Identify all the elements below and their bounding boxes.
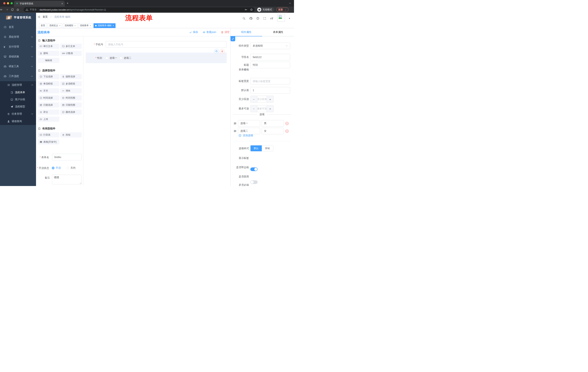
browser-tab[interactable]: 芋道管理系统 × xyxy=(14,1,65,7)
palette-item-table[interactable]: 表格[开发中] xyxy=(38,139,59,145)
fullscreen-icon[interactable] xyxy=(263,17,266,20)
style-default-button[interactable]: 默认 xyxy=(251,145,262,151)
password-key-icon[interactable] xyxy=(244,8,247,11)
font-size-icon[interactable]: тT xyxy=(270,17,273,20)
copy-component-button[interactable] xyxy=(214,49,219,54)
with-border-toggle[interactable] xyxy=(250,180,258,184)
title-input[interactable] xyxy=(250,62,290,68)
sidebar-item-process-model[interactable]: 流程模型 xyxy=(0,103,36,110)
option-value-input[interactable] xyxy=(262,120,284,127)
palette-item-color[interactable]: 颜色选择 xyxy=(60,110,82,115)
tag-process-form-edit[interactable]: 流程表单-编辑× xyxy=(94,23,116,28)
option-label-input[interactable] xyxy=(238,128,260,134)
sidebar-item-task-mgmt[interactable]: 任务管理 xyxy=(0,110,36,117)
view-json-button[interactable]: 查看json xyxy=(203,31,216,34)
browser-update-button[interactable]: 更新 ⋮ xyxy=(276,7,289,12)
add-option-button[interactable]: 添加选项 xyxy=(239,134,253,137)
sidebar-item-user-group[interactable]: 用户分组 xyxy=(0,96,36,103)
palette-item-counter[interactable]: 123计数器 xyxy=(60,51,82,56)
sidebar-item-system[interactable]: 系统管理 xyxy=(0,32,36,42)
avatar-caret-icon[interactable]: ▾ xyxy=(289,17,290,20)
sidebar-item-leave-query[interactable]: 请假查询 xyxy=(0,117,36,125)
palette-item-date-range[interactable]: 日期范围 xyxy=(60,102,82,107)
window-close-button[interactable] xyxy=(3,2,5,4)
link-drawer-toggle[interactable] xyxy=(231,36,235,41)
search-icon[interactable] xyxy=(242,17,245,20)
security-label[interactable]: 不安全 xyxy=(30,8,37,11)
gender-option-1[interactable]: 选项一 xyxy=(105,56,117,60)
tab-form-props[interactable]: 表单属性 xyxy=(262,28,294,36)
drag-handle-icon[interactable] xyxy=(234,130,237,132)
palette-item-multi-text[interactable]: 多行文本 xyxy=(60,44,82,49)
palette-item-radio-group[interactable]: 单选框组 xyxy=(38,81,59,86)
style-button-button[interactable]: 按钮 xyxy=(262,145,273,151)
palette-item-button[interactable]: 按钮 xyxy=(60,132,82,138)
tab-search-chevron-icon[interactable] xyxy=(289,2,292,5)
sidebar-logo[interactable]: 芋道管理系统 xyxy=(0,13,36,22)
delete-component-button[interactable] xyxy=(220,49,224,54)
breadcrumb-home[interactable]: 首页 xyxy=(42,15,48,19)
bookmark-star-icon[interactable] xyxy=(250,8,253,11)
stepper-input[interactable]: 至少应选 xyxy=(257,96,267,102)
phone-field-input[interactable] xyxy=(106,41,227,48)
palette-item-cascader[interactable]: 级联选择 xyxy=(60,74,82,79)
tag-close-icon[interactable]: × xyxy=(74,24,76,27)
min-select-stepper[interactable]: − 至少应选 + xyxy=(250,96,274,103)
sidebar-item-devtools[interactable]: 研发工具 xyxy=(0,62,36,71)
tag-process-model[interactable]: 流程模型× xyxy=(63,23,77,28)
tab-component-props[interactable]: 组件属性 xyxy=(230,28,262,36)
palette-item-slider[interactable]: 滑块 xyxy=(60,88,82,93)
default-value-input[interactable] xyxy=(250,87,290,94)
sidebar-item-infra[interactable]: 基础设施 xyxy=(0,52,36,62)
palette-item-checkbox-group[interactable]: 多选框组 xyxy=(60,81,82,86)
status-radio-off[interactable]: 关闭 xyxy=(67,166,75,170)
sidebar-item-process-form[interactable]: 流程表单 xyxy=(0,89,36,96)
tag-close-icon[interactable]: × xyxy=(90,24,91,27)
page-url[interactable]: dashboard.yudao.iocoder.cn/bpm/manager/f… xyxy=(40,8,106,11)
stepper-input[interactable]: 最多可选 xyxy=(257,105,267,112)
sidebar-item-workflow[interactable]: 工作流程 xyxy=(0,71,36,81)
tab-close-icon[interactable]: × xyxy=(62,2,63,5)
palette-item-rate[interactable]: 评分 xyxy=(38,110,59,115)
palette-item-switch[interactable]: 开关 xyxy=(38,88,59,93)
palette-item-select[interactable]: 下拉选择 xyxy=(38,74,59,79)
back-icon[interactable] xyxy=(0,8,5,11)
tag-home[interactable]: 首页 xyxy=(39,23,47,28)
drag-handle-icon[interactable] xyxy=(234,122,237,125)
palette-item-editor[interactable]: 编辑器 xyxy=(38,58,59,63)
avatar[interactable] xyxy=(277,14,285,21)
window-zoom-button[interactable] xyxy=(10,2,13,4)
new-tab-button[interactable]: + xyxy=(67,2,69,5)
stepper-plus-button[interactable]: + xyxy=(267,96,273,102)
palette-item-date[interactable]: 日期选择 xyxy=(38,102,59,107)
textarea-resize-handle[interactable] xyxy=(80,182,81,184)
tag-process-form[interactable]: 流程表单× xyxy=(78,23,93,28)
reload-icon[interactable] xyxy=(11,8,16,11)
option-value-input[interactable] xyxy=(262,128,284,134)
component-type-select[interactable]: 多选框组 xyxy=(250,43,290,49)
palette-item-row-container[interactable]: 行容器 xyxy=(38,132,59,138)
remove-option-icon[interactable] xyxy=(285,129,289,133)
sidebar-item-process-mgmt[interactable]: 流程管理 xyxy=(0,81,36,89)
option-label-input[interactable] xyxy=(238,120,260,127)
browser-menu-dots-icon[interactable]: ⋮ xyxy=(284,8,287,11)
form-name-input[interactable] xyxy=(52,154,82,160)
tag-close-icon[interactable]: × xyxy=(59,24,60,27)
window-minimize-button[interactable] xyxy=(7,2,9,4)
home-icon[interactable] xyxy=(16,8,22,11)
clear-button[interactable]: 清空 xyxy=(221,31,230,34)
palette-item-password[interactable]: 密码 xyxy=(38,51,59,56)
palette-item-upload[interactable]: 上传 xyxy=(38,117,59,122)
forward-icon[interactable] xyxy=(5,8,11,11)
field-name-input[interactable] xyxy=(250,54,290,60)
stepper-minus-button[interactable]: − xyxy=(251,105,257,112)
stepper-plus-button[interactable]: + xyxy=(267,105,273,112)
tag-close-icon[interactable]: × xyxy=(113,24,114,27)
palette-item-time[interactable]: 时间选择 xyxy=(38,95,59,100)
palette-item-time-range[interactable]: 时间范围 xyxy=(60,95,82,100)
help-icon[interactable] xyxy=(256,17,259,20)
max-select-stepper[interactable]: − 最多可选 + xyxy=(250,105,274,112)
save-button[interactable]: 保存 xyxy=(189,31,198,34)
sidebar-item-home[interactable]: 首页 xyxy=(0,22,36,32)
show-label-toggle[interactable] xyxy=(250,167,258,171)
